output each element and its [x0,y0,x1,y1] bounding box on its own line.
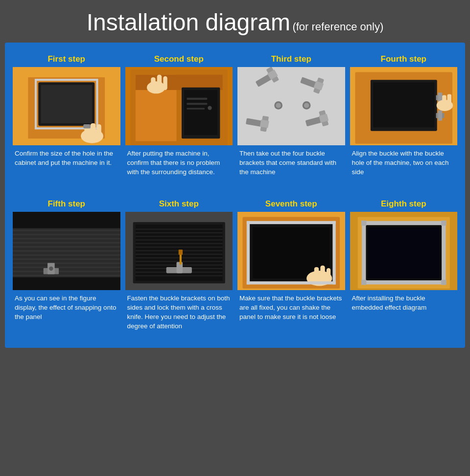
svg-rect-69 [13,277,120,290]
svg-rect-22 [163,76,167,90]
svg-rect-50 [447,94,451,106]
svg-rect-76 [135,239,222,240]
page-header: Installation diagram (for reference only… [0,0,470,43]
svg-rect-100 [247,221,336,224]
svg-rect-32 [260,119,269,128]
svg-rect-55 [13,238,120,239]
svg-rect-90 [178,249,182,254]
svg-rect-58 [13,250,120,251]
step-card-7: Seventh step [237,195,345,334]
step8-image [350,212,458,290]
step-card-6: Sixth step [125,195,233,334]
step4-desc: Align the buckle with the buckle hole of… [350,145,458,189]
page-subtitle: (for reference only) [292,21,383,33]
step-card-8: Eighth step [350,195,458,334]
step2-image [125,67,233,145]
svg-rect-43 [373,82,434,127]
step6-desc: Fasten the buckle brackets on both sides… [125,290,233,334]
step3-title: Third step [237,50,345,67]
step3-desc: Then take out the four buckle brackets t… [237,145,345,189]
step5-desc: As you can see in the figure display, th… [13,290,120,334]
steps-row-2: Fifth step [13,195,457,334]
svg-rect-110 [362,280,446,284]
svg-rect-17 [187,103,207,105]
svg-rect-61 [13,262,120,264]
svg-rect-60 [13,258,120,260]
step8-desc: After installing the buckle embedded eff… [350,290,458,334]
svg-rect-86 [135,275,222,276]
svg-rect-53 [13,230,120,231]
svg-rect-3 [41,85,92,123]
step5-title: Fifth step [13,195,120,212]
svg-rect-77 [135,243,222,244]
svg-rect-54 [13,234,120,235]
page-title: Installation diagram [87,9,290,35]
svg-rect-116 [441,280,446,285]
svg-rect-113 [361,221,366,226]
step7-image [237,212,345,290]
step1-image [13,67,120,145]
svg-rect-102 [247,221,250,285]
svg-point-37 [276,103,281,108]
svg-rect-14 [184,90,217,135]
svg-rect-62 [13,267,120,268]
svg-rect-75 [135,236,222,237]
step2-desc: After putting the machine in, confirm th… [125,145,233,189]
svg-point-19 [146,81,165,93]
svg-rect-73 [135,228,222,229]
svg-rect-16 [187,98,207,100]
svg-rect-74 [135,232,222,233]
svg-rect-64 [13,275,120,276]
svg-point-39 [304,103,309,108]
svg-rect-21 [157,75,161,90]
svg-rect-18 [187,108,205,110]
step2-title: Second step [125,50,233,67]
svg-rect-23 [237,67,345,145]
step5-image [13,212,120,290]
svg-rect-47 [438,111,442,121]
svg-rect-103 [332,221,335,285]
svg-rect-99 [327,268,330,280]
svg-rect-101 [247,281,336,284]
svg-rect-82 [135,261,222,262]
step7-title: Seventh step [237,195,345,212]
svg-rect-111 [362,221,366,285]
svg-rect-81 [135,257,222,258]
svg-rect-98 [320,266,325,280]
step6-title: Sixth step [125,195,233,212]
svg-rect-59 [13,254,120,256]
step4-image [350,67,458,145]
step8-title: Eighth step [350,195,458,212]
svg-rect-63 [13,271,120,272]
step-card-2: Second step [125,50,233,189]
svg-rect-9 [83,124,91,128]
steps-row-1: First step [13,50,457,189]
step-card-1: First step [13,50,120,189]
step7-desc: Make sure that the buckle brackets are a… [237,290,345,334]
svg-rect-108 [368,227,439,278]
step4-title: Fourth step [350,50,458,67]
step3-image [237,67,345,145]
svg-rect-97 [314,267,319,280]
svg-point-67 [49,267,53,271]
step-card-3: Third step [237,50,345,189]
svg-rect-56 [13,242,120,244]
svg-rect-49 [442,95,446,106]
svg-rect-20 [151,77,155,90]
svg-rect-112 [442,221,446,285]
svg-rect-8 [96,124,101,138]
step6-image [125,212,233,290]
svg-rect-78 [135,247,222,248]
svg-point-15 [208,106,212,110]
svg-rect-57 [13,246,120,248]
step-card-5: Fifth step [13,195,120,334]
svg-rect-114 [441,221,446,226]
svg-rect-109 [362,221,446,225]
svg-rect-68 [13,212,120,228]
main-container: First step [5,43,465,348]
svg-rect-7 [91,123,95,138]
step1-title: First step [13,50,120,67]
svg-rect-115 [361,280,366,285]
step-card-4: Fourth step [350,50,458,189]
step1-desc: Confirm the size of the hole in the cabi… [13,145,120,189]
